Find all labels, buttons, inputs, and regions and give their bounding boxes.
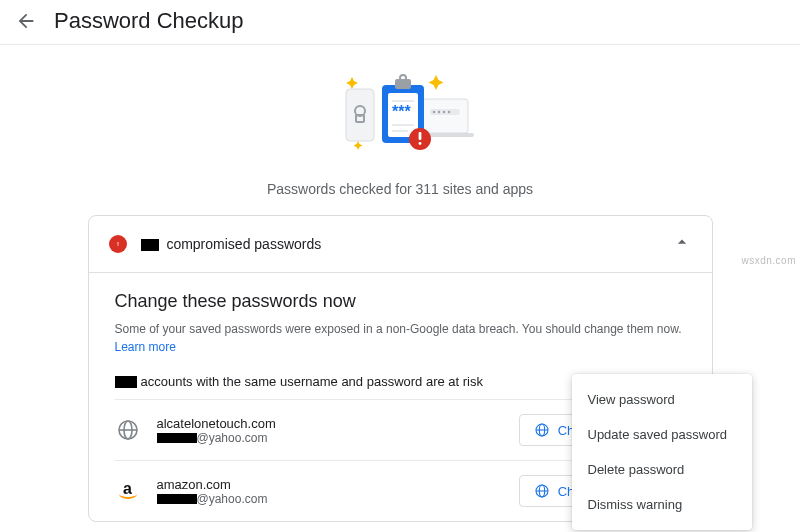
hero-illustration: *** [120, 69, 680, 165]
menu-update-password[interactable]: Update saved password [572, 417, 752, 452]
svg-rect-20 [419, 142, 422, 145]
menu-delete-password[interactable]: Delete password [572, 452, 752, 487]
compromised-description: Some of your saved passwords were expose… [115, 320, 686, 356]
globe-icon [115, 417, 141, 443]
alert-icon [109, 235, 127, 253]
back-button[interactable] [14, 9, 38, 33]
hero-caption: Passwords checked for 311 sites and apps [120, 181, 680, 197]
menu-view-password[interactable]: View password [572, 382, 752, 417]
page-title: Password Checkup [54, 8, 244, 34]
compromised-title: compromised passwords [141, 236, 672, 252]
svg-point-6 [433, 111, 435, 113]
chevron-up-icon [672, 232, 692, 256]
redacted-count [115, 376, 137, 388]
row-site: alcatelonetouch.com [157, 416, 519, 431]
row-username: @yahoo.com [157, 431, 519, 445]
watermark: wsxdn.com [741, 255, 796, 266]
redacted-count [141, 239, 159, 251]
redacted-username [157, 433, 197, 443]
svg-point-12 [400, 75, 406, 81]
compromised-section-header[interactable]: compromised passwords [89, 216, 712, 273]
redacted-username [157, 494, 197, 504]
amazon-icon: a [115, 478, 141, 504]
svg-rect-19 [419, 132, 422, 140]
row-site: amazon.com [157, 477, 519, 492]
svg-text:***: *** [392, 103, 411, 120]
svg-point-7 [438, 111, 440, 113]
menu-dismiss-warning[interactable]: Dismiss warning [572, 487, 752, 522]
compromised-heading: Change these passwords now [115, 291, 686, 312]
compromised-card: compromised passwords Change these passw… [88, 215, 713, 522]
learn-more-link[interactable]: Learn more [115, 340, 176, 354]
svg-point-8 [443, 111, 445, 113]
svg-rect-3 [422, 99, 468, 133]
svg-point-9 [448, 111, 450, 113]
row-context-menu: View password Update saved password Dele… [572, 374, 752, 530]
row-username: @yahoo.com [157, 492, 519, 506]
